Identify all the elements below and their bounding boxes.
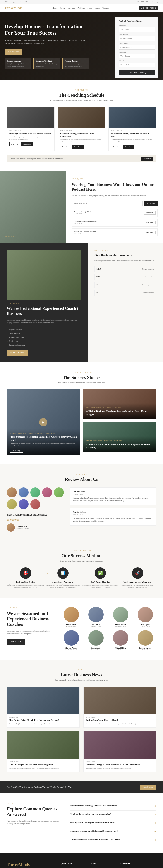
footer-logo-accent: Minds: [19, 862, 30, 867]
step-2-title: Analysis and Assessment: [44, 581, 82, 583]
faq-item-2[interactable]: How long does a typical coaching program…: [70, 811, 156, 819]
method-label: OUR APPROACH: [7, 550, 156, 552]
hero-card-1-desc: Strategic coaching for business growth a…: [7, 63, 30, 67]
name-input[interactable]: [119, 27, 155, 32]
coaches-desc: Our diverse team of business coaches bri…: [7, 630, 55, 635]
youtube-icon[interactable]: yt: [157, 1, 159, 3]
nav-home[interactable]: Home: [52, 7, 57, 9]
coach-name-1: Emma Smith: [60, 624, 82, 626]
phone-input[interactable]: [119, 45, 155, 50]
stat-3: 15+ Years Experience: [94, 282, 156, 288]
schedule-card-3: Mon. 25 Jun 2024 Investment Coaching for…: [108, 107, 156, 151]
hero-cards: Business Coaching Strategic coaching for…: [4, 58, 89, 69]
story-large-desc: After years of stagnation, working with …: [9, 443, 77, 447]
footer-grid: ThriveMinds ThriveMInds is dedicated to …: [7, 862, 156, 868]
podcast-label: PODCAST: [71, 178, 158, 180]
hero-content: Develop Business Transformation For Your…: [4, 23, 89, 69]
news-title-4: Renewable Energy Is Great, but Our Grid …: [86, 764, 154, 766]
schedule-card-1-overview[interactable]: Overview: [9, 142, 20, 146]
hero-title: Develop Business Transformation For Your…: [4, 23, 89, 36]
coach-input[interactable]: [119, 54, 155, 58]
reviews-right: Robert Fisher Business Owner Working wit…: [70, 488, 156, 532]
nav-news[interactable]: News: [87, 7, 92, 9]
schedule-card-3-book[interactable]: Book Now: [123, 145, 134, 149]
nav-contact[interactable]: Contact: [102, 7, 109, 9]
feature-5: Customized approach: [7, 343, 81, 347]
faq-toggle-3: +: [154, 822, 156, 825]
avatar-5: [54, 488, 64, 497]
schedule-card-3-image: [109, 107, 156, 127]
about-label: ABOUT US: [4, 235, 62, 237]
schedule-banner-button[interactable]: Learn More: [141, 157, 153, 161]
coach-role-7: Sales Coach: [109, 649, 132, 651]
footer-logo-main: Thrive: [7, 862, 19, 867]
schedule-card-3-overview[interactable]: Overview: [111, 145, 122, 149]
coaches-label: OUR TEAM: [7, 607, 55, 609]
nav-services[interactable]: Services: [68, 7, 75, 9]
coach-role-2: Strategy Coach: [85, 626, 107, 627]
podcast-email-input[interactable]: [71, 201, 143, 206]
booking-submit-button[interactable]: Book Now Coaching: [119, 70, 155, 75]
email-input[interactable]: [119, 36, 155, 41]
coach-avatar-1: [64, 607, 79, 622]
coaches-btn[interactable]: All Coaches: [7, 639, 25, 645]
podcast-item-1-btn[interactable]: Listen Now: [143, 211, 156, 215]
featured-reviewer-role: Marketing Director: [17, 528, 29, 530]
podcast-item-3-btn[interactable]: Listen Now: [143, 230, 156, 234]
coach-role-3: Executive Coach: [109, 626, 132, 627]
news-date-4: APRIL 6, 2024: [86, 761, 154, 763]
podcast-item-1-date: Jun 15, 2024: [73, 213, 96, 215]
news-title: Latest Business News: [7, 672, 156, 678]
schedule-label: SCHEDULE: [7, 89, 156, 91]
coach-card-3: Olivia Brown Executive Coach: [109, 607, 132, 627]
footer-about-title: About: [90, 862, 115, 865]
news-banner-button[interactable]: Read More: [140, 785, 156, 790]
hero-cta-button[interactable]: Get Started: [4, 49, 22, 55]
schedule-card-2-book[interactable]: Book Now: [72, 145, 84, 149]
faq-item-3[interactable]: What qualifications do your business coa…: [70, 819, 156, 828]
news-card-3-image: [7, 732, 79, 758]
method-title: Our Success Method: [7, 553, 156, 558]
linkedin-icon[interactable]: in: [154, 1, 156, 3]
story-3-title: Transformation Useful Information at Str…: [86, 443, 154, 449]
nav-about[interactable]: About: [60, 7, 65, 9]
reviews-title: Review About Us: [7, 477, 156, 482]
coaches-title: We are Seasoned and Experienced Business…: [7, 611, 55, 627]
professional-section: OUR TEAM We are Professional Experienced…: [0, 243, 163, 363]
prof-cta-button[interactable]: Meet Our Team: [7, 350, 28, 355]
stat-3-num: 15+: [96, 284, 99, 286]
about-image: ABOUT US: [0, 172, 66, 243]
story-play-button[interactable]: ▶: [39, 418, 47, 426]
review-card-1: Robert Fisher Business Owner Working wit…: [70, 488, 156, 505]
coaches-section: OUR TEAM We are Seasoned and Experienced…: [0, 598, 163, 660]
podcast-item-3-date: Jun 5, 2024: [73, 232, 96, 234]
story-card-3: SMALL BUSINESS · BUSINESS OWNERS Transfo…: [83, 422, 156, 452]
faq-section: FAQS Explore Common Queries Answered Fin…: [0, 793, 163, 853]
reviewer-2-text: I was skeptical at first, but the result…: [73, 517, 153, 523]
faq-layout: FAQS Explore Common Queries Answered Fin…: [7, 802, 156, 844]
hero-card-3: Personal Business Personalized coaching …: [62, 58, 89, 69]
facebook-icon[interactable]: f: [151, 1, 151, 3]
schedule-card-1-book[interactable]: Book Now: [21, 142, 33, 146]
date-input[interactable]: [119, 63, 155, 67]
coach-avatar-8: [138, 630, 153, 646]
story-large-btn[interactable]: Go To Story: [9, 449, 23, 453]
nav-portfolio[interactable]: Portfolio: [77, 7, 85, 9]
podcast-subscribe-button[interactable]: Subscribe: [144, 201, 158, 206]
schedule-card-1-title: Opening Ceremonial for New Coach in Summ…: [9, 132, 52, 135]
podcast-item-2-btn[interactable]: Listen Now: [143, 221, 156, 224]
nav-pages[interactable]: Pages: [95, 7, 100, 9]
booking-form: Booked Coaching Dates Your Name Email Ad…: [116, 17, 159, 79]
twitter-icon[interactable]: t: [152, 1, 153, 3]
news-section: NEWS Latest Business News Stay updated w…: [0, 660, 163, 781]
news-card-2: APRIL 4, 2024 Review: Span Smart Electri…: [83, 687, 156, 727]
faq-right: What is business coaching, and how can i…: [70, 802, 156, 844]
appointment-button[interactable]: Get Appointment: [139, 6, 159, 10]
faq-item-5[interactable]: A business coaching solution to lead emp…: [70, 836, 156, 844]
faq-item-4[interactable]: Is business coaching suitable for small …: [70, 828, 156, 836]
coach-label: Your Coach: [119, 51, 155, 53]
featured-reviewer-name: Davis Green: [17, 526, 29, 528]
schedule-card-2-overview[interactable]: Overview: [60, 145, 71, 149]
faq-item-1[interactable]: What is business coaching, and how can i…: [70, 802, 156, 811]
date-field-wrapper: Select Date: [119, 60, 155, 67]
